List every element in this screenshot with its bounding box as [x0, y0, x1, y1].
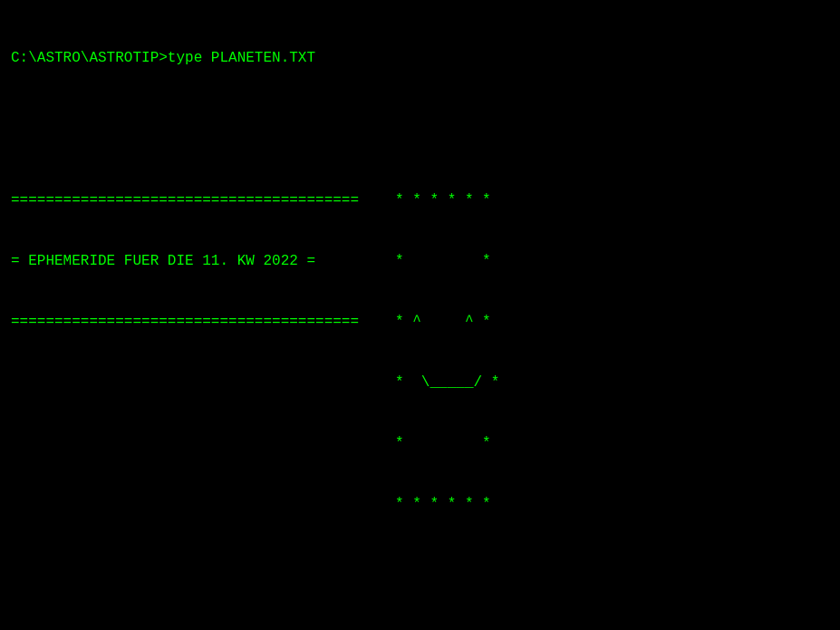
face-line-6: * * * * * * — [395, 494, 499, 514]
face-line-4: * \_____/ * — [395, 373, 499, 393]
face-line-5: * * — [395, 433, 499, 453]
header-title: = EPHEMERIDE FUER DIE 11. KW 2022 = — [11, 251, 359, 271]
prompt-line-1: C:\ASTRO\ASTROTIP>type PLANETEN.TXT — [11, 48, 829, 68]
header-separator-1: ======================================== — [11, 190, 359, 210]
face-line-3: * ^ ^ * — [395, 312, 499, 332]
face-line-2: * * — [395, 251, 499, 271]
header-block: ========================================… — [11, 150, 359, 373]
terminal-window: C:\ASTRO\ASTROTIP>type PLANETEN.TXT ====… — [11, 7, 829, 630]
face-art: * * * * * * * * * ^ ^ * * \_____/ * * * … — [395, 150, 499, 556]
header-separator-2: ======================================== — [11, 312, 359, 332]
face-line-1: * * * * * * — [395, 190, 499, 210]
